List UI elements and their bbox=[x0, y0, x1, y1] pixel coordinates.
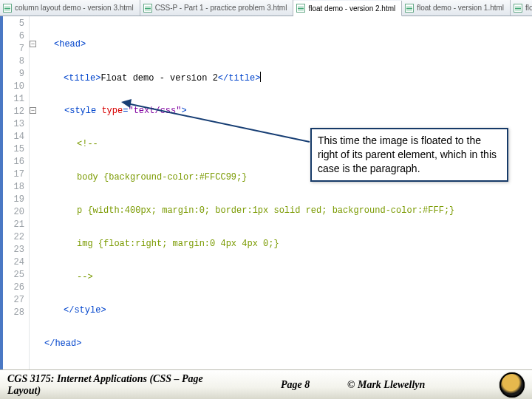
slide-footer: CGS 3175: Internet Applications (CSS – P… bbox=[0, 369, 532, 399]
line-number: 23 bbox=[3, 244, 29, 256]
line-number: 17 bbox=[3, 168, 29, 181]
code-line: --> bbox=[30, 271, 532, 284]
tab-label: CSS-P - Part 1 - practice problem 3.html bbox=[155, 4, 287, 12]
line-number: 11 bbox=[3, 93, 29, 106]
line-number: 27 bbox=[3, 294, 29, 307]
callout-text: This time the image is floated to the ri… bbox=[318, 134, 497, 174]
ucf-logo-icon bbox=[499, 372, 525, 398]
annotation-callout: This time the image is floated to the ri… bbox=[310, 128, 508, 182]
tab-label: float demo - version 2.html bbox=[308, 4, 395, 13]
footer-copyright: © Mark Llewellyn bbox=[347, 379, 473, 391]
line-number: 21 bbox=[3, 219, 29, 231]
html-file-icon bbox=[296, 4, 305, 13]
tab-file-2[interactable]: CSS-P - Part 1 - practice problem 3.html bbox=[140, 0, 294, 16]
line-number: 14 bbox=[3, 131, 29, 143]
code-line: </style> bbox=[30, 304, 532, 317]
tab-label: column layout demo - version 3.html bbox=[15, 4, 134, 12]
line-number: 7 bbox=[3, 43, 29, 55]
tab-label: float demo - version 1.html bbox=[417, 4, 504, 12]
line-number: 12 bbox=[3, 106, 29, 118]
line-number: 22 bbox=[3, 231, 29, 244]
fold-marker-icon[interactable]: − bbox=[30, 41, 36, 47]
line-number: 28 bbox=[3, 307, 29, 319]
line-number: 16 bbox=[3, 156, 29, 168]
html-file-icon bbox=[3, 4, 12, 13]
tab-file-1[interactable]: column layout demo - version 3.html bbox=[0, 0, 140, 16]
code-line: p {width:400px; margin:0; border:1px sol… bbox=[30, 205, 532, 217]
line-number: 26 bbox=[3, 282, 29, 294]
line-number: 8 bbox=[3, 55, 29, 68]
tab-label: float demo - version 4.html bbox=[525, 4, 532, 12]
tab-file-4[interactable]: float demo - version 1.html bbox=[402, 0, 511, 16]
line-number: 15 bbox=[3, 143, 29, 156]
line-number: 5 bbox=[3, 18, 29, 30]
line-number: 20 bbox=[3, 206, 29, 219]
line-number: 25 bbox=[3, 269, 29, 282]
code-line: img {float:right; margin:0 4px 4px 0;} bbox=[30, 238, 532, 250]
fold-marker-icon[interactable]: − bbox=[30, 107, 36, 114]
code-line: </head> bbox=[30, 338, 532, 350]
code-line: −<style type="text/css"> bbox=[30, 105, 532, 117]
code-content[interactable]: −<head> <title>Float demo - version 2</t… bbox=[30, 16, 532, 369]
text-cursor bbox=[260, 72, 261, 82]
code-line: −<head> bbox=[30, 38, 532, 51]
line-number: 9 bbox=[3, 68, 29, 81]
code-line: <title>Float demo - version 2</title> bbox=[30, 72, 532, 84]
tab-file-3-active[interactable]: float demo - version 2.html bbox=[293, 1, 402, 16]
line-number: 18 bbox=[3, 181, 29, 194]
html-file-icon bbox=[143, 4, 152, 13]
html-file-icon bbox=[514, 4, 522, 13]
line-number: 10 bbox=[3, 81, 29, 93]
line-number: 19 bbox=[3, 194, 29, 206]
line-number: 24 bbox=[3, 256, 29, 269]
tab-bar: column layout demo - version 3.html CSS-… bbox=[0, 0, 532, 16]
tab-file-5[interactable]: float demo - version 4.html bbox=[511, 0, 532, 16]
footer-course: CGS 3175: Internet Applications (CSS – P… bbox=[7, 373, 236, 397]
line-number: 13 bbox=[3, 118, 29, 131]
line-number-gutter: 5 6 7 8 9 10 11 12 13 14 15 16 17 18 19 … bbox=[3, 16, 30, 369]
code-editor[interactable]: 5 6 7 8 9 10 11 12 13 14 15 16 17 18 19 … bbox=[0, 16, 532, 369]
html-file-icon bbox=[405, 4, 414, 13]
footer-page: Page 8 bbox=[281, 379, 332, 391]
line-number: 6 bbox=[3, 30, 29, 43]
